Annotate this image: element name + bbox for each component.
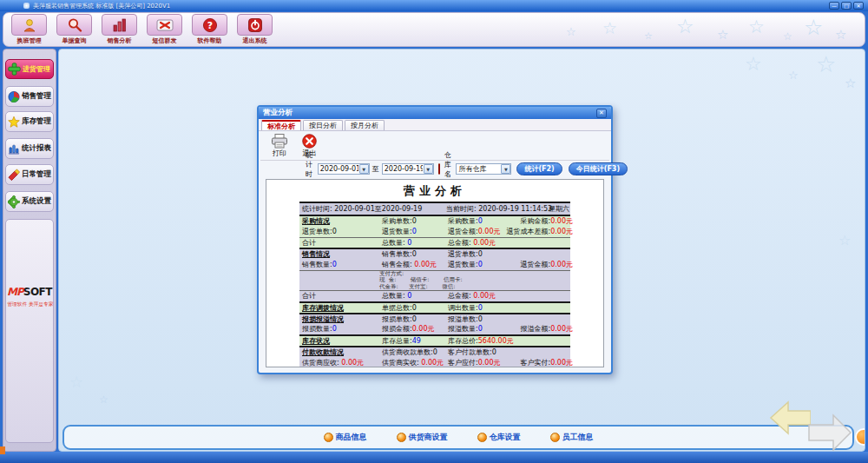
report-row: 统计时间: 2020-09-01至2020-09-19当前时间: 2020-09… (299, 202, 570, 215)
edge-orange-button[interactable] (855, 428, 865, 446)
window-titlebar: 美萍服装销售管理系统 标准版 [美萍公司] 2020V1 — □ ✕ (0, 0, 868, 11)
toolbar-button-sales-analysis[interactable]: 销售分析 (100, 14, 139, 45)
report-cell: 销售情况 (302, 249, 382, 259)
report-cell: 退货单数:0 (302, 227, 382, 236)
to-label: 至 (372, 164, 379, 174)
close-button[interactable]: ✕ (853, 2, 864, 10)
warehouse-select[interactable]: 所有仓库 ▼ (456, 163, 511, 175)
sidebar-item-label: 库存管理 (22, 116, 51, 127)
report-cell: 报损金额:0.00元 (382, 324, 448, 334)
sidebar-item-sales-manage[interactable]: 销售管理 (5, 86, 54, 107)
report-cell: 付款收款情况 (302, 347, 382, 357)
main-area: ☆ ☆ ☆ ☆ ☆ ☆ ☆ 营业分析 ✕ 标准分析 按日分析 按月分析 打印 (58, 49, 865, 452)
report-cell: 退货单数:0 (448, 249, 505, 259)
report-cell: 退货金额:0.00元 (505, 260, 573, 269)
report-row: 采购情况采购单数:0采购数量:0采购金额:0.00元 (299, 215, 570, 226)
link-supplier-settings[interactable]: 供货商设置 (397, 432, 448, 443)
sidebar-item-purchase-manage[interactable]: 进货管理 (5, 59, 54, 79)
star-icon: ☆ (845, 76, 856, 91)
star-icon: ☆ (69, 373, 83, 391)
print-button[interactable]: 打印 (271, 134, 288, 158)
dialog-titlebar[interactable]: 营业分析 ✕ (259, 107, 611, 119)
quick-links-bar: 商品信息 供货商设置 仓库设置 员工信息 (62, 425, 854, 450)
logo-mp-text: MP (7, 286, 23, 298)
date-quick-button[interactable] (438, 163, 440, 175)
report-row: 销售数量:0销售金额: 0.00元退货数量:0退货金额:0.00元 (299, 259, 570, 270)
plus-icon (8, 63, 21, 76)
report-cell: 供货商收款单数:0 (382, 347, 448, 357)
tab-daily-analysis[interactable]: 按日分析 (303, 120, 343, 130)
toolbar-button-label: 短信群发 (153, 36, 177, 45)
tab-monthly-analysis[interactable]: 按月分析 (345, 120, 385, 130)
toolbar-button-label: 单据查询 (62, 36, 87, 45)
dialog-tabs: 标准分析 按日分析 按月分析 (259, 119, 611, 131)
star-icon: ☆ (788, 69, 799, 82)
report-cell: 销售金额: 0.00元 (382, 260, 448, 269)
today-statistics-button[interactable]: 今日统计(F3) (569, 162, 628, 175)
dialog-close-icon[interactable]: ✕ (596, 109, 607, 118)
sms-broadcast-icon (147, 14, 182, 36)
toolbar-button-label: 退出系统 (243, 36, 267, 45)
report-cell: 星期六 (547, 204, 569, 214)
window-controls: — □ ✕ (829, 2, 864, 10)
report-row: 支付方式:现 金: 储值卡: 信用卡:代金券: 支付宝: 微信: (299, 270, 570, 291)
star-icon (8, 116, 20, 129)
orange-ball-icon (324, 433, 333, 442)
toolbar-button-shift-manage[interactable]: 换班管理 (10, 14, 49, 45)
sidebar-item-inventory-manage[interactable]: 库存管理 (5, 111, 54, 132)
orange-ball-icon (550, 433, 560, 442)
toolbar-button-sms-broadcast[interactable]: 短信群发 (145, 14, 184, 45)
link-product-info[interactable]: 商品信息 (324, 432, 367, 443)
link-warehouse-settings[interactable]: 仓库设置 (477, 432, 521, 443)
star-icon: ☆ (676, 15, 694, 37)
exit-system-icon (237, 14, 273, 36)
report-cell: 采购单数:0 (382, 216, 448, 226)
report-title: 营业分析 (266, 183, 603, 199)
sidebar-item-label: 销售管理 (22, 91, 51, 102)
tab-standard-analysis[interactable]: 标准分析 (261, 120, 301, 130)
report-cell: 退货金额:0.00元 (448, 227, 505, 236)
maximize-button[interactable]: □ (841, 2, 852, 10)
sidebar-item-system-settings[interactable]: 系统设置 (5, 191, 54, 212)
sidebar-item-daily-manage[interactable]: 日常管理 (5, 164, 54, 185)
chevron-down-icon[interactable]: ▼ (359, 164, 369, 174)
toolbar-button-label: 销售分析 (108, 36, 132, 45)
date-from-select[interactable]: 2020-09-01 ▼ (318, 163, 370, 175)
orange-ball-icon (397, 433, 406, 442)
report-cell: 支付方式:现 金: 储值卡: 信用卡:代金券: 支付宝: 微信: (302, 271, 573, 291)
toolbar-button-label: 换班管理 (17, 36, 42, 45)
shift-manage-icon (11, 14, 47, 36)
report-table: 统计时间: 2020-09-01至2020-09-19当前时间: 2020-09… (299, 202, 570, 367)
chevron-down-icon[interactable]: ▼ (501, 164, 510, 174)
report-cell: 退货成本差额:0.00元 (505, 227, 573, 236)
svg-text:?: ? (207, 20, 212, 31)
star-icon: ☆ (748, 17, 765, 37)
report-cell: 单据总数:0 (382, 303, 448, 313)
back-arrow-button[interactable] (769, 400, 811, 435)
chevron-down-icon[interactable]: ▼ (424, 164, 433, 174)
report-cell: 供货商实收: 0.00元 (382, 358, 448, 367)
sidebar: 进货管理 销售管理 库存管理 统计报表 日常管理 系统设置 MPSOFT 管理软… (3, 49, 56, 452)
statistics-button[interactable]: 统计(F2) (516, 162, 562, 175)
report-row: 供货商应收: 0.00元供货商实收: 0.00元客户应付:0.00元客户实付:0… (299, 357, 570, 367)
report-cell: 报溢单数:0 (448, 314, 505, 324)
quick-link-label: 员工信息 (562, 432, 594, 443)
toolbar-button-software-help[interactable]: ? 软件帮助 (190, 14, 229, 45)
forward-arrow-button[interactable] (807, 413, 852, 452)
sales-analysis-icon (102, 14, 137, 36)
toolbar-button-document-search[interactable]: 单据查询 (55, 14, 94, 45)
star-icon: ☆ (816, 51, 836, 77)
date-from-value: 2020-09-01 (320, 165, 358, 173)
dialog-title: 营业分析 (263, 108, 293, 118)
date-to-select[interactable]: 2020-09-19 ▼ (382, 163, 434, 175)
report-cell: 供货商应收: 0.00元 (302, 358, 382, 367)
report-row: 库存调拨情况单据总数:0调出数量:0 (299, 301, 570, 313)
minimize-button[interactable]: — (829, 2, 839, 10)
toolbar-button-exit-system[interactable]: 退出系统 (235, 14, 274, 45)
link-employee-info[interactable]: 员工信息 (550, 432, 594, 443)
sidebar-item-statistics-report[interactable]: 统计报表 (5, 138, 54, 159)
sidebar-item-label: 系统设置 (22, 196, 51, 207)
star-icon: ☆ (804, 15, 823, 40)
report-cell: 总数量: 0 (382, 291, 448, 301)
star-icon: ☆ (602, 18, 617, 37)
